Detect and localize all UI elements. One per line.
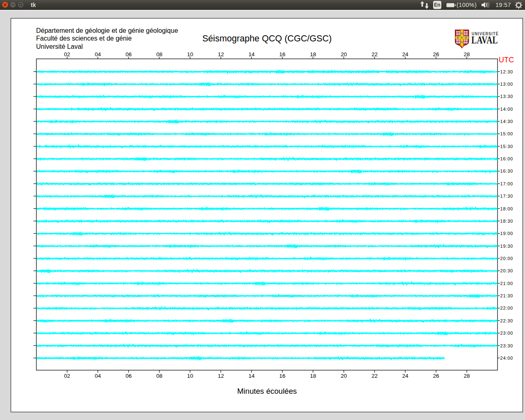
svg-text:14: 14	[249, 373, 255, 379]
svg-text:08: 08	[156, 51, 162, 57]
svg-text:28: 28	[463, 51, 470, 57]
svg-text:24:00: 24:00	[500, 356, 514, 361]
svg-text:14:30: 14:30	[500, 119, 514, 124]
svg-text:10: 10	[187, 373, 193, 379]
svg-text:18:00: 18:00	[500, 206, 514, 211]
svg-text:17:30: 17:30	[500, 194, 514, 199]
svg-text:02: 02	[64, 373, 70, 379]
svg-text:16: 16	[279, 373, 285, 379]
svg-text:21:30: 21:30	[500, 293, 514, 298]
svg-text:26: 26	[433, 51, 439, 57]
svg-text:06: 06	[126, 373, 132, 379]
svg-text:15:00: 15:00	[500, 131, 514, 136]
svg-text:16:00: 16:00	[500, 156, 514, 161]
svg-text:22: 22	[372, 373, 378, 379]
svg-text:14: 14	[249, 51, 255, 57]
svg-text:23:00: 23:00	[500, 331, 514, 336]
svg-text:16: 16	[279, 51, 285, 57]
svg-text:18:30: 18:30	[500, 219, 514, 224]
svg-text:21:00: 21:00	[500, 281, 514, 286]
svg-text:13:00: 13:00	[500, 82, 514, 87]
svg-text:12: 12	[218, 51, 224, 57]
svg-text:20:30: 20:30	[500, 268, 514, 273]
svg-text:24: 24	[402, 373, 409, 379]
svg-text:22:00: 22:00	[500, 306, 514, 310]
svg-text:17:00: 17:00	[500, 181, 514, 186]
svg-text:08: 08	[156, 373, 162, 379]
svg-text:06: 06	[126, 51, 132, 57]
svg-text:19:00: 19:00	[500, 231, 514, 236]
svg-text:20: 20	[341, 373, 347, 379]
svg-text:13:30: 13:30	[500, 94, 514, 99]
svg-text:10: 10	[187, 51, 193, 57]
svg-text:02: 02	[64, 51, 70, 57]
svg-text:22:30: 22:30	[500, 318, 514, 323]
svg-text:16:30: 16:30	[500, 169, 514, 173]
svg-text:20: 20	[341, 51, 347, 57]
svg-text:04: 04	[95, 51, 101, 57]
svg-text:18: 18	[310, 51, 316, 57]
svg-text:26: 26	[433, 373, 439, 379]
svg-text:20:00: 20:00	[500, 256, 514, 261]
svg-text:12: 12	[218, 373, 224, 379]
svg-text:15:30: 15:30	[500, 144, 514, 149]
svg-text:12:30: 12:30	[500, 69, 514, 74]
svg-text:28: 28	[463, 373, 470, 379]
svg-text:24: 24	[402, 51, 409, 57]
svg-text:22: 22	[372, 51, 378, 57]
svg-text:18: 18	[310, 373, 316, 379]
svg-text:19:30: 19:30	[500, 244, 514, 249]
svg-text:14:00: 14:00	[500, 107, 514, 112]
svg-text:04: 04	[95, 373, 101, 379]
svg-text:23:30: 23:30	[500, 343, 514, 348]
